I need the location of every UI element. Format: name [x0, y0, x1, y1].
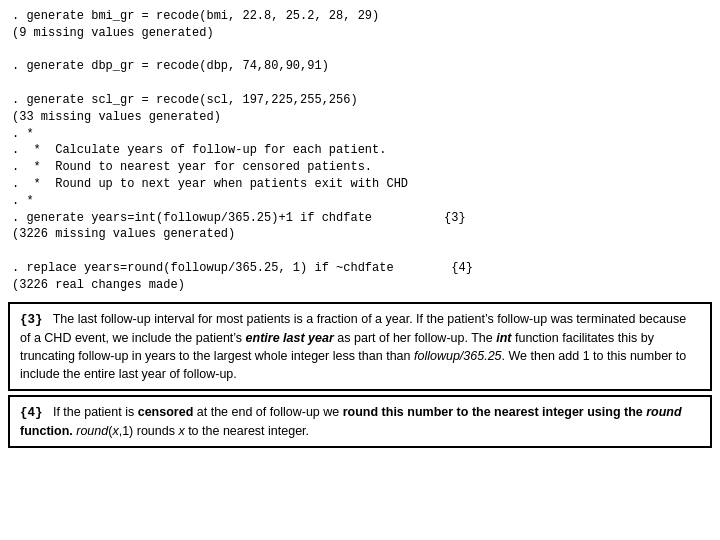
annotation-number-4: {4}: [20, 406, 43, 420]
annotation-boxes: {3} The last follow-up interval for most…: [0, 298, 720, 540]
annotation-box-3: {3} The last follow-up interval for most…: [8, 302, 712, 392]
code-line-2: (9 missing values generated): [12, 25, 708, 42]
code-line-12: . *: [12, 193, 708, 210]
code-line-11: . * Round up to next year when patients …: [12, 176, 708, 193]
code-line-13: . generate years=int(followup/365.25)+1 …: [12, 210, 708, 227]
code-line-17: (3226 real changes made): [12, 277, 708, 294]
code-line-14: (3226 missing values generated): [12, 226, 708, 243]
code-line-9: . * Calculate years of follow-up for eac…: [12, 142, 708, 159]
annotation-number-3: {3}: [20, 313, 43, 327]
annotation-text-3: The last follow-up interval for most pat…: [20, 312, 686, 381]
annotation-box-4: {4} If the patient is censored at the en…: [8, 395, 712, 448]
code-line-6: . generate scl_gr = recode(scl, 197,225,…: [12, 92, 708, 109]
code-line-7: (33 missing values generated): [12, 109, 708, 126]
code-line-5: [12, 75, 708, 92]
code-line-1: . generate bmi_gr = recode(bmi, 22.8, 25…: [12, 8, 708, 25]
annotation-text-4: If the patient is censored at the end of…: [20, 405, 682, 438]
code-line-3: [12, 42, 708, 59]
code-line-8: . *: [12, 126, 708, 143]
code-line-4: . generate dbp_gr = recode(dbp, 74,80,90…: [12, 58, 708, 75]
code-line-10: . * Round to nearest year for censored p…: [12, 159, 708, 176]
code-line-15: [12, 243, 708, 260]
code-section: . generate bmi_gr = recode(bmi, 22.8, 25…: [0, 0, 720, 298]
code-line-16: . replace years=round(followup/365.25, 1…: [12, 260, 708, 277]
page: . generate bmi_gr = recode(bmi, 22.8, 25…: [0, 0, 720, 540]
